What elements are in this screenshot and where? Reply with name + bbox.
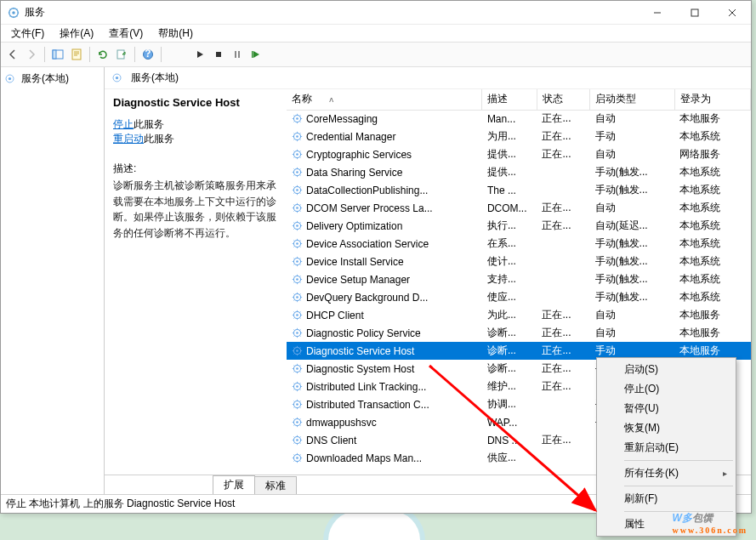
toolbar-properties-button[interactable] xyxy=(68,46,85,63)
window-title: 服务 xyxy=(25,5,45,20)
service-icon xyxy=(292,435,303,446)
svg-point-40 xyxy=(296,314,298,316)
description-label: 描述: xyxy=(113,162,278,176)
tree-pane[interactable]: 服务(本地) xyxy=(1,67,105,494)
svg-point-18 xyxy=(296,117,298,120)
toolbar-help-button[interactable]: ? xyxy=(139,46,156,63)
ctx-start[interactable]: 启动(S) xyxy=(599,360,734,379)
toolbar-separator xyxy=(44,47,45,62)
menu-view[interactable]: 查看(V) xyxy=(102,25,150,43)
stop-suffix: 此服务 xyxy=(134,118,164,130)
col-logon[interactable]: 登录为 xyxy=(674,89,750,110)
svg-rect-2 xyxy=(691,9,698,16)
svg-point-56 xyxy=(296,457,298,459)
svg-point-54 xyxy=(296,439,298,441)
details-header-label: 服务(本地) xyxy=(131,71,179,85)
col-name[interactable]: 名称 ʌ xyxy=(287,89,482,110)
window-maximize-button[interactable] xyxy=(676,1,713,25)
ctx-separator xyxy=(624,486,733,486)
menu-file[interactable]: 文件(F) xyxy=(4,25,51,43)
service-icon xyxy=(292,417,303,428)
service-icon xyxy=(292,292,303,303)
svg-point-30 xyxy=(296,225,298,227)
service-icon xyxy=(292,220,303,231)
svg-rect-4 xyxy=(53,50,56,59)
svg-point-20 xyxy=(296,135,298,138)
toolbar-stop-service-button[interactable] xyxy=(210,46,227,63)
svg-point-50 xyxy=(296,403,298,406)
restart-service-link[interactable]: 重启动 xyxy=(113,133,144,145)
toolbar-export-button[interactable] xyxy=(113,46,130,63)
toolbar-pause-service-button[interactable] xyxy=(229,46,246,63)
svg-point-22 xyxy=(296,153,298,156)
col-status[interactable]: 状态 xyxy=(537,89,589,110)
toolbar-restart-service-button[interactable] xyxy=(247,46,264,63)
title-bar[interactable]: 服务 xyxy=(1,1,751,25)
svg-point-46 xyxy=(296,367,298,370)
svg-rect-9 xyxy=(216,52,221,57)
table-row[interactable]: Delivery Optimization执行...正在...自动(延迟...本… xyxy=(287,217,751,235)
svg-point-14 xyxy=(9,77,11,80)
ctx-resume[interactable]: 恢复(M) xyxy=(599,418,734,438)
toolbar-refresh-button[interactable] xyxy=(94,46,111,63)
selected-service-title: Diagnostic Service Host xyxy=(113,96,278,109)
menu-help[interactable]: 帮助(H) xyxy=(151,25,200,43)
svg-point-32 xyxy=(296,242,298,245)
table-row[interactable]: Device Setup Manager支持...手动(触发...本地系统 xyxy=(287,270,751,288)
status-text: 停止 本地计算机 上的服务 Diagnostic Service Host xyxy=(6,497,235,511)
svg-point-26 xyxy=(296,189,298,191)
toolbar-forward-button[interactable] xyxy=(23,46,40,63)
svg-point-1 xyxy=(12,11,15,14)
service-icon xyxy=(292,238,303,249)
ctx-pause[interactable]: 暂停(U) xyxy=(599,399,734,418)
svg-rect-11 xyxy=(238,51,240,58)
svg-rect-10 xyxy=(235,51,236,58)
menu-action[interactable]: 操作(A) xyxy=(53,25,100,43)
tree-root[interactable]: 服务(本地) xyxy=(3,71,102,87)
window-close-button[interactable] xyxy=(713,1,751,25)
table-row[interactable]: CoreMessagingMan...正在...自动本地服务 xyxy=(287,110,751,128)
col-startup[interactable]: 启动类型 xyxy=(590,89,674,110)
services-app-icon xyxy=(8,7,20,19)
ctx-all-tasks[interactable]: 所有任务(K) xyxy=(599,463,734,483)
table-row[interactable]: Device Install Service使计...手动(触发...本地系统 xyxy=(287,253,751,270)
info-pane: Diagnostic Service Host 停止此服务 重启动此服务 描述:… xyxy=(105,89,287,475)
services-node-icon xyxy=(4,73,15,84)
details-header: 服务(本地) xyxy=(105,67,751,89)
toolbar-show-hide-button[interactable] xyxy=(49,46,66,63)
col-description[interactable]: 描述 xyxy=(482,89,537,110)
table-row[interactable]: Diagnostic Policy Service诊断...正在...自动本地服… xyxy=(287,324,751,342)
service-icon xyxy=(292,274,303,285)
svg-point-16 xyxy=(116,77,118,79)
table-row[interactable]: DevQuery Background D...使应...手动(触发...本地系… xyxy=(287,288,751,306)
tab-standard[interactable]: 标准 xyxy=(254,476,297,495)
sort-indicator-icon: ʌ xyxy=(329,95,333,104)
window-minimize-button[interactable] xyxy=(639,1,676,25)
table-row[interactable]: Cryptographic Services提供...正在...自动网络服务 xyxy=(287,145,751,163)
svg-rect-12 xyxy=(252,51,253,58)
ctx-restart[interactable]: 重新启动(E) xyxy=(599,438,734,458)
table-row[interactable]: Credential Manager为用...正在...手动本地系统 xyxy=(287,128,751,145)
table-row[interactable]: Data Sharing Service提供...手动(触发...本地系统 xyxy=(287,163,751,181)
table-row[interactable]: DHCP Client为此...正在...自动本地服务 xyxy=(287,306,751,324)
stop-service-link[interactable]: 停止 xyxy=(113,118,134,130)
service-description: 诊断服务主机被诊断策略服务用来承载需要在本地服务上下文中运行的诊断。如果停止该服… xyxy=(113,178,278,241)
toolbar-separator xyxy=(161,47,162,62)
ctx-stop[interactable]: 停止(O) xyxy=(599,379,734,399)
table-row[interactable]: Device Association Service在系...手动(触发...本… xyxy=(287,235,751,253)
toolbar-start-service-button[interactable] xyxy=(191,46,208,63)
svg-point-44 xyxy=(296,350,298,352)
ctx-refresh[interactable]: 刷新(F) xyxy=(599,489,734,509)
tab-extended[interactable]: 扩展 xyxy=(213,475,255,494)
svg-point-34 xyxy=(296,260,298,263)
table-row[interactable]: DCOM Server Process La...DCOM...正在...自动本… xyxy=(287,199,751,217)
svg-point-42 xyxy=(296,332,298,334)
toolbar-back-button[interactable] xyxy=(4,46,21,63)
table-row[interactable]: DataCollectionPublishing...The ...手动(触发.… xyxy=(287,181,751,199)
service-icon xyxy=(292,363,303,374)
restart-suffix: 此服务 xyxy=(144,133,174,145)
svg-point-48 xyxy=(296,385,298,388)
service-icon xyxy=(292,345,303,356)
service-icon xyxy=(292,399,303,410)
service-icon xyxy=(292,256,303,267)
